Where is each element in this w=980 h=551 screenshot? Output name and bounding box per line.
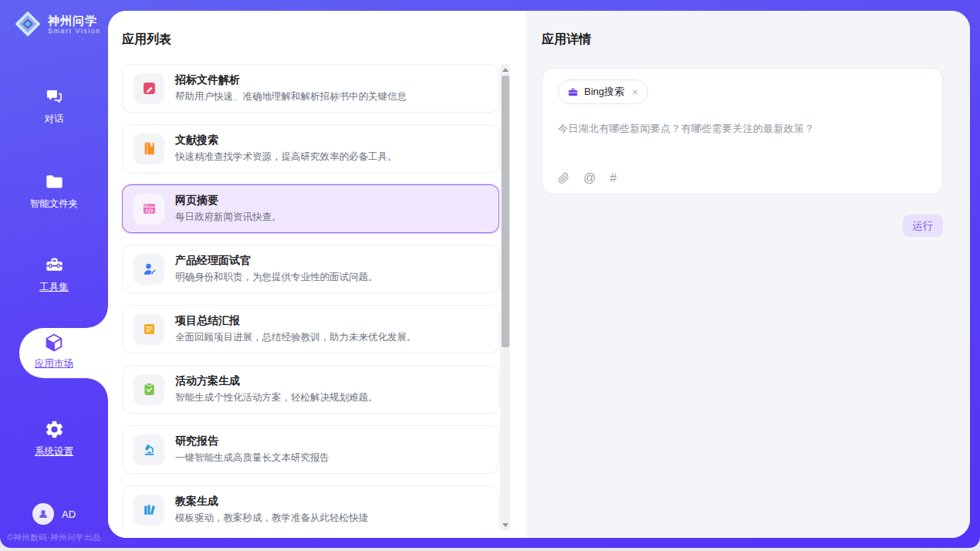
sidebar-item-label: 工具集 (39, 281, 69, 294)
clipboard-check-icon (142, 382, 157, 397)
composer-toolbar: @ # (558, 172, 927, 184)
icon-box (133, 314, 164, 345)
app-card-event-plan[interactable]: 活动方案生成 智能生成个性化活动方案，轻松解决规划难题。 (122, 365, 499, 414)
logo-subtitle: Smart Vision (48, 27, 101, 35)
scroll-up-icon[interactable] (500, 64, 510, 75)
app-card-desc: 每日政府新闻资讯快查。 (175, 211, 282, 224)
icon-box (133, 374, 164, 405)
sidebar-item-settings[interactable]: 系统设置 (0, 419, 108, 458)
app-card-lesson-plan[interactable]: 教案生成 模板驱动，教案秒成，教学准备从此轻松快捷 (122, 485, 499, 530)
app-card-title: 教案生成 (175, 495, 368, 509)
app-card-bid-parsing[interactable]: 招标文件解析 帮助用户快速、准确地理解和解析招标书中的关键信息 (122, 64, 499, 113)
app-detail-title: 应用详情 (526, 11, 970, 48)
bump-corner-bottom (86, 378, 108, 400)
folder-icon (44, 171, 65, 192)
icon-box (133, 194, 164, 225)
person-icon (37, 508, 49, 520)
toolbox-icon (44, 255, 65, 276)
icon-box (133, 134, 164, 164)
microscope-icon (142, 442, 157, 457)
cube-icon (43, 332, 65, 353)
avatar (32, 503, 54, 525)
logo-diamond-icon (14, 10, 42, 38)
briefcase-icon (567, 86, 579, 98)
app-card-research-report[interactable]: 研究报告 一键智能生成高质量长文本研究报告 (122, 425, 499, 474)
chip-close-icon[interactable]: × (632, 86, 638, 98)
app-detail-pane: 应用详情 Bing搜索 × 今日湖北有哪些新闻要点？有哪些需要关注的最新政策？ (526, 11, 970, 538)
icon-box (133, 254, 164, 285)
paperclip-icon[interactable] (558, 172, 569, 184)
report-note-icon (142, 322, 157, 336)
app-card-title: 活动方案生成 (175, 374, 378, 388)
sidebar-item-label: 对话 (45, 113, 64, 126)
app-card-web-summary[interactable]: 网页摘要 每日政府新闻资讯快查。 (122, 184, 499, 233)
book-icon (142, 141, 157, 156)
app-card-title: 网页摘要 (175, 194, 282, 208)
app-card-pm-interviewer[interactable]: 产品经理面试官 明确身份和职责，为您提供专业性的面试问题。 (122, 245, 499, 293)
tool-chip-bing-search[interactable]: Bing搜索 × (558, 79, 648, 104)
books-icon (142, 502, 157, 517)
icon-box (133, 73, 164, 104)
app-card-title: 文献搜索 (175, 134, 397, 147)
sidebar-item-chat[interactable]: 对话 (0, 86, 108, 126)
app-card-title: 招标文件解析 (175, 73, 407, 87)
sidebar-item-toolset[interactable]: 工具集 (0, 255, 108, 294)
chat-icon (44, 86, 65, 107)
app-card-desc: 智能生成个性化活动方案，轻松解决规划难题。 (175, 391, 378, 404)
app-list-pane: 应用列表 招标文件解析 帮助用户快速、准确地理解和解析招标书中的关键信息 (108, 11, 526, 538)
app-card-literature-search[interactable]: 文献搜索 快速精准查找学术资源，提高研究效率的必备工具。 (122, 124, 499, 173)
sidebar-item-app-market[interactable]: 应用市场 (0, 332, 108, 370)
sidebar-item-smart-folder[interactable]: 智能文件夹 (0, 171, 108, 211)
bump-corner-top (86, 306, 108, 328)
app-card-desc: 一键智能生成高质量长文本研究报告 (175, 451, 329, 465)
run-button[interactable]: 运行 (903, 215, 943, 237)
content-panel: 应用列表 招标文件解析 帮助用户快速、准确地理解和解析招标书中的关键信息 (108, 11, 970, 538)
app-logo: 神州问学 Smart Vision (0, 0, 108, 38)
prompt-composer[interactable]: Bing搜索 × 今日湖北有哪些新闻要点？有哪些需要关注的最新政策？ @ # (542, 68, 943, 194)
sidebar-item-label: 应用市场 (35, 357, 73, 370)
app-card-list: 招标文件解析 帮助用户快速、准确地理解和解析招标书中的关键信息 文献搜索 快速精… (122, 64, 499, 530)
icon-box (133, 495, 164, 526)
app-list-title: 应用列表 (108, 11, 526, 48)
app-card-desc: 全面回顾项目进展，总结经验教训，助力未来优化发展。 (175, 331, 417, 344)
app-card-project-summary[interactable]: 项目总结汇报 全面回顾项目进展，总结经验教训，助力未来优化发展。 (122, 305, 499, 353)
app-card-desc: 明确身份和职责，为您提供专业性的面试问题。 (175, 271, 378, 284)
interviewer-icon (142, 262, 157, 276)
document-edit-icon (142, 81, 157, 96)
prompt-text[interactable]: 今日湖北有哪些新闻要点？有哪些需要关注的最新政策？ (558, 122, 927, 136)
gear-icon (44, 419, 65, 440)
app-card-title: 产品经理面试官 (175, 254, 378, 268)
logo-title: 神州问学 (48, 14, 101, 27)
app-card-desc: 帮助用户快速、准确地理解和解析招标书中的关键信息 (175, 90, 407, 103)
sidebar-item-label: 智能文件夹 (30, 198, 79, 211)
hash-icon[interactable]: # (610, 172, 617, 184)
browser-code-icon (142, 201, 157, 216)
scrollbar-thumb[interactable] (502, 76, 509, 347)
sidebar: 神州问学 Smart Vision 对话 智能文件夹 工具集 (0, 0, 108, 548)
app-card-title: 项目总结汇报 (175, 314, 417, 328)
app-card-desc: 快速精准查找学术资源，提高研究效率的必备工具。 (175, 150, 397, 164)
scroll-down-icon[interactable] (500, 519, 510, 530)
sidebar-item-label: 系统设置 (35, 445, 73, 458)
tool-chip-label: Bing搜索 (584, 85, 624, 99)
user-name: AD (62, 509, 76, 520)
app-list-scrollbar[interactable] (500, 64, 510, 530)
at-icon[interactable]: @ (583, 172, 596, 184)
icon-box (133, 434, 164, 465)
user-account[interactable]: AD (0, 503, 108, 525)
app-card-title: 研究报告 (175, 434, 329, 448)
app-card-desc: 模板驱动，教案秒成，教学准备从此轻松快捷 (175, 512, 368, 525)
sidebar-footer: ©神州数码·神州问学出品 (0, 532, 108, 543)
